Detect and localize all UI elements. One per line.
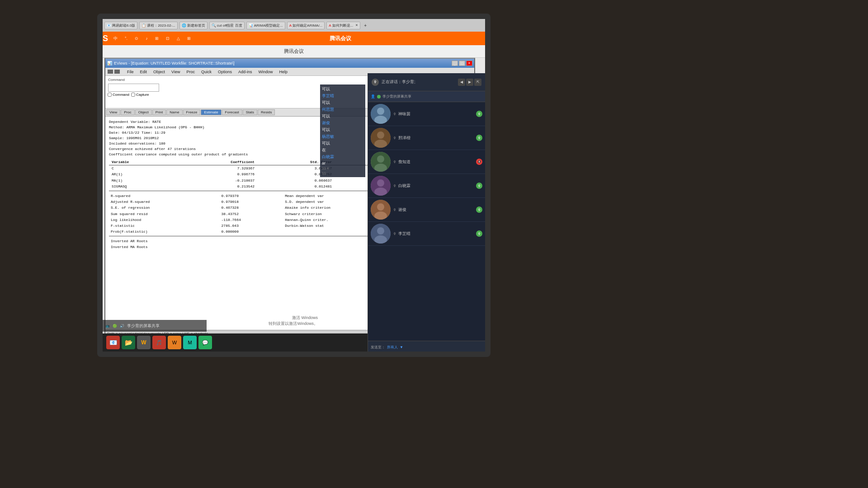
send-to-dropdown[interactable]: ▼ [400, 345, 403, 349]
menu-help[interactable]: Help [278, 69, 289, 75]
participant-name: 詹知道 [398, 159, 410, 165]
menu-proc[interactable]: Proc [185, 69, 196, 75]
taskbar-icon-wps[interactable]: W [137, 336, 151, 349]
taskbar-item-search[interactable]: 🔍 cut off指星 百度 [209, 22, 245, 29]
nav-prev[interactable]: ◀ [458, 79, 465, 86]
wps-tool-circle[interactable]: ⊙ [133, 35, 140, 42]
svg-point-1 [377, 108, 384, 115]
send-to-option[interactable]: 所有人 [387, 345, 398, 350]
participant-icon: 🎙 [393, 208, 396, 211]
close-tab-icon[interactable]: ✕ [355, 23, 358, 27]
taskbar-item-course[interactable]: 📋 课程：2023-02-... [139, 22, 178, 29]
menu-addins[interactable]: Add-ins [237, 69, 254, 75]
chat-msg: 可以 [322, 86, 363, 92]
menu-object[interactable]: Object [152, 69, 166, 75]
mic-status: 🎙 [476, 135, 482, 141]
maximize-button[interactable]: □ [459, 61, 465, 66]
meeting-panel: 🎙 正在讲话：李少育; ◀ ▶ ⇱ 👤 李少育的屏幕共享 [368, 73, 485, 352]
menu-window[interactable]: Window [257, 69, 274, 75]
command-label: Command [108, 78, 125, 82]
participant-info: 🎙 谢俊 [393, 207, 473, 213]
taskbar-item-newtab[interactable]: 🌐 新建标签页 [179, 22, 208, 29]
tab-print[interactable]: Print [152, 109, 166, 115]
taskbar-icon-wps2[interactable]: W [168, 336, 181, 349]
wps-tool-grid2[interactable]: ⊞ [185, 35, 193, 42]
timestamp: 11: [322, 171, 363, 175]
command-tab-label[interactable]: Command [108, 93, 129, 97]
tab-estimate[interactable]: Estimate [201, 109, 221, 115]
taskbar-icon-meeting[interactable]: M [183, 336, 197, 349]
taskbar-item-arima2[interactable]: A 如何确定ARIMA/... [287, 22, 325, 29]
chat-msg: 可以 [322, 100, 363, 106]
nav-next[interactable]: ▶ [466, 79, 473, 86]
green-status-dot [377, 95, 381, 99]
menu-icon1 [108, 70, 113, 74]
participant-item: 🎙 谢俊 🎙 [368, 198, 485, 222]
minimize-button[interactable]: _ [452, 61, 458, 66]
wps-tool-shape[interactable]: △ [175, 35, 182, 42]
chat-msg: 李芷晴 [322, 93, 363, 99]
menu-quick[interactable]: Quick [200, 69, 213, 75]
tab-freeze[interactable]: Freeze [183, 109, 201, 115]
participant-name: 神咏茵 [398, 111, 410, 117]
wps-logo: S [103, 34, 108, 43]
command-checkbox[interactable] [108, 93, 112, 97]
close-button[interactable]: ✕ [466, 61, 472, 66]
eviews-title-bar: 📊 EViews - [Equation: UNTITLED Workfile:… [105, 59, 474, 68]
new-tab-button[interactable]: + [364, 23, 367, 28]
wps-tool-box[interactable]: ⊡ [164, 35, 171, 42]
participant-item: 🎙 白晓霖 🎙 [368, 174, 485, 198]
meeting-title: 腾讯会议 [284, 48, 304, 55]
command-input[interactable] [108, 84, 159, 92]
share-label: 李少育的屏幕共享 [127, 323, 160, 329]
participant-item: 🎙 李芷晴 🎙 [368, 222, 485, 246]
monitor-screen: 📧 网易邮箱6.0版 📋 课程：2023-02-... 🌐 新建标签页 🔍 cu… [103, 19, 485, 352]
taskbar-icon-netease2[interactable]: 🎵 [152, 336, 166, 349]
avatar [371, 176, 391, 196]
mic-status: 🎙 [476, 230, 482, 237]
tab-forecast[interactable]: Forecast [222, 109, 242, 115]
participant-name: 谢俊 [398, 207, 406, 213]
wps-tool-grid[interactable]: ⊞ [153, 35, 160, 42]
taskbar-item-arima3[interactable]: A 如何判断是... ✕ [326, 22, 360, 29]
menu-icon2 [114, 70, 120, 74]
chat-msg: 杨思敏 [322, 134, 363, 140]
wps-tool-chinese[interactable]: 中 [112, 35, 119, 42]
send-to-label: 发送至： [371, 345, 385, 350]
nav-expand[interactable]: ⇱ [474, 79, 481, 86]
eviews-title: EViews - [Equation: UNTITLED Workfile: S… [114, 61, 234, 66]
chat-msg: 可以 [322, 127, 363, 133]
tab-object[interactable]: Object [135, 109, 152, 115]
capture-checkbox[interactable] [131, 93, 135, 97]
chat-msg: 谢俊 [322, 120, 363, 126]
mic-status: 🎙 [476, 183, 482, 189]
capture-tab-label[interactable]: Capture [131, 93, 149, 97]
participant-name: 邢泽楷 [398, 135, 410, 141]
share-person-icon: 👤 [371, 94, 375, 99]
chat-msg: 何思慧 [322, 107, 363, 113]
tab-name[interactable]: Name [166, 109, 182, 115]
tab-resids[interactable]: Resids [258, 109, 275, 115]
taskbar-icon-wechat[interactable]: 💬 [198, 336, 212, 349]
chat-msg: 白晓霖 [322, 154, 363, 160]
tab-view[interactable]: View [106, 109, 120, 115]
taskbar-icon-folder[interactable]: 📂 [122, 336, 135, 349]
menu-edit[interactable]: Edit [139, 69, 149, 75]
taskbar-item-mail[interactable]: 📧 网易邮箱6.0版 [104, 22, 137, 29]
share-bar: 📺 🟢 🔊 李少育的屏幕共享 [103, 320, 207, 332]
eviews-title-controls: _ □ ✕ [452, 61, 472, 66]
taskbar-icon-netease[interactable]: 📧 [106, 336, 120, 349]
mic-status-muted: 🔇 [476, 159, 482, 165]
wps-tool-dot[interactable]: °. [123, 35, 129, 42]
menu-options[interactable]: Options [217, 69, 233, 75]
tab-stats[interactable]: Stats [243, 109, 257, 115]
taskbar-item-arima1[interactable]: 📊 ARIMA模型确定... [246, 22, 285, 29]
menu-view[interactable]: View [170, 69, 181, 75]
wps-tool-mic[interactable]: ♪ [144, 35, 150, 42]
participant-info: 🎙 詹知道 [393, 159, 473, 165]
tab-proc[interactable]: Proc [121, 109, 134, 115]
speaker-label: 正在讲话：李少育; [382, 79, 415, 85]
menu-file[interactable]: File [126, 69, 135, 75]
timestamp: 11:4 [322, 166, 363, 170]
meeting-title-label: 腾讯会议 [196, 35, 485, 42]
